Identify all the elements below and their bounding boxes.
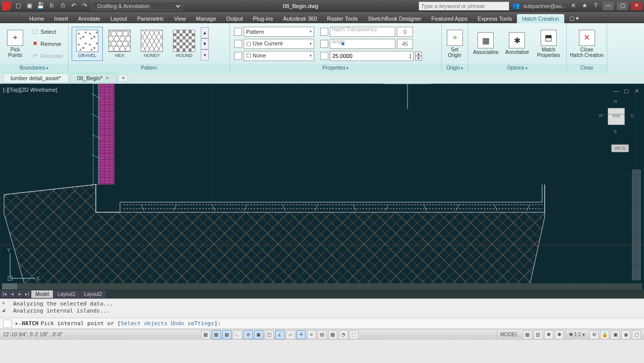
file-tab-close-icon[interactable]: ✕ — [105, 76, 109, 81]
status-anno-vis-button[interactable]: ✱ — [544, 330, 553, 339]
qat-save-icon[interactable]: 💾 — [36, 2, 44, 10]
model-space-indicator[interactable]: MODEL — [497, 330, 521, 339]
file-tab-08begin[interactable]: 08_Begin*✕ — [70, 73, 118, 83]
set-origin-button[interactable]: ＋Set Origin — [445, 25, 464, 63]
tab-output[interactable]: Output — [221, 14, 248, 23]
tab-hatchcreation[interactable]: Hatch Creation — [517, 14, 564, 23]
favorite-icon[interactable]: ★ — [580, 2, 589, 10]
gallery-prev-button[interactable]: ▲ — [201, 27, 209, 38]
status-am-button[interactable]: ⬚ — [349, 330, 359, 339]
status-tpy-button[interactable]: ▤ — [318, 330, 327, 339]
panel-origin-title[interactable]: Origin — [442, 64, 467, 72]
layout-tab-layout2[interactable]: Layout2 — [80, 290, 106, 298]
cmd-opt-settings[interactable]: seTtings — [188, 320, 214, 327]
layout-next-button[interactable]: ▸ — [16, 290, 23, 297]
hatch-bg-combo[interactable]: ☐ None — [244, 51, 314, 61]
status-polar-button[interactable]: ⊕ — [244, 330, 253, 339]
status-osnap-button[interactable]: ▣ — [254, 330, 263, 339]
select-boundary-button[interactable]: ⬚Select — [29, 26, 65, 37]
pattern-gravel[interactable]: GRAVEL — [72, 27, 103, 61]
hatch-type-combo[interactable]: Pattern — [244, 27, 314, 37]
status-sc-button[interactable]: ◔ — [339, 330, 348, 339]
status-grid-button[interactable]: ▦ — [222, 330, 231, 339]
pattern-hex[interactable]: HEX — [104, 27, 135, 61]
panel-options-title[interactable]: Options — [468, 64, 566, 72]
horizontal-scrollbar[interactable] — [2, 283, 642, 289]
gallery-next-button[interactable]: ▼ — [201, 38, 209, 49]
cmd-opt-undo[interactable]: Undo — [171, 320, 185, 327]
pattern-honey[interactable]: HONEY — [136, 27, 167, 61]
file-tab-lumber[interactable]: lumber detail_asset* — [3, 73, 69, 83]
pick-points-button[interactable]: ＋ Pick Points — [3, 25, 27, 63]
help-icon[interactable]: ? — [592, 2, 600, 10]
drawing-viewport[interactable]: [-][Top][2D Wireframe] — ▢ ✕ N S W E TOP… — [0, 84, 644, 298]
qat-undo-icon[interactable]: ↶ — [70, 2, 78, 10]
infocenter-icon[interactable]: 👥 — [512, 2, 520, 10]
transparency-value[interactable]: 0 — [397, 27, 413, 37]
minimize-button[interactable]: — — [603, 2, 614, 10]
status-clean-button[interactable]: ▢ — [632, 330, 641, 339]
status-anno-auto-button[interactable]: ✱ — [555, 330, 564, 339]
tab-plugins[interactable]: Plug-ins — [248, 14, 278, 23]
layout-last-button[interactable]: ▸| — [24, 290, 31, 297]
panel-boundaries-title[interactable]: Boundaries — [0, 64, 68, 72]
cmd-history-close-icon[interactable]: ✕◢ — [2, 299, 5, 314]
tab-home[interactable]: Home — [24, 14, 49, 23]
transparency-slider[interactable]: Hatch Transparency — [330, 27, 395, 37]
annotative-button[interactable]: ✱Annotative — [502, 25, 532, 63]
status-isolate-button[interactable]: ◉ — [621, 330, 630, 339]
app-logo[interactable] — [2, 2, 11, 11]
annotation-scale[interactable]: ✱ 1:1 ▾ — [565, 330, 588, 339]
close-button[interactable]: ✕ — [631, 2, 642, 10]
status-otrack-button[interactable]: ∠ — [275, 330, 284, 339]
status-lock-button[interactable]: 🔒 — [600, 330, 609, 339]
tab-manage[interactable]: Manage — [191, 14, 221, 23]
tab-featuredapps[interactable]: Featured Apps — [426, 14, 473, 23]
scale-spinner[interactable]: ▲▼ — [415, 51, 422, 60]
match-properties-button[interactable]: ⬒Match Properties — [534, 25, 563, 63]
status-lwt-button[interactable]: ≡ — [307, 330, 316, 339]
workspace-select[interactable]: Drafting & Annotation — [92, 2, 183, 11]
new-file-tab-button[interactable]: + — [118, 74, 128, 82]
status-snap-button[interactable]: ▦ — [212, 330, 221, 339]
recreate-boundary-button[interactable]: ⟳Recreate — [29, 50, 65, 62]
status-ortho-button[interactable]: ∟ — [233, 330, 242, 339]
cmd-opt-select[interactable]: Select objects — [121, 320, 167, 327]
qat-open-icon[interactable]: ▣ — [25, 2, 33, 10]
signed-in-user[interactable]: subpartner@au... — [523, 3, 566, 9]
layout-first-button[interactable]: |◂ — [1, 290, 8, 297]
status-ducs-button[interactable]: ▱ — [286, 330, 295, 339]
tab-expresstools[interactable]: Express Tools — [473, 14, 517, 23]
panel-properties-title[interactable]: Properties — [230, 64, 441, 72]
status-dyn-button[interactable]: ✛ — [297, 330, 306, 339]
pattern-hound[interactable]: HOUND — [168, 27, 200, 61]
status-qp-button[interactable]: ▦ — [328, 330, 337, 339]
status-hardware-button[interactable]: ▣ — [611, 330, 620, 339]
tab-parametric[interactable]: Parametric — [132, 14, 169, 23]
exchange-icon[interactable]: ✕ — [569, 2, 577, 10]
qat-redo-icon[interactable]: ↷ — [81, 2, 89, 10]
tab-autodesk360[interactable]: Autodesk 360 — [278, 14, 322, 23]
tab-layout[interactable]: Layout — [105, 14, 132, 23]
status-infer-button[interactable]: ▦ — [201, 330, 210, 339]
gallery-expand-button[interactable]: ▾ — [201, 49, 209, 60]
layout-prev-button[interactable]: ◂ — [9, 290, 16, 297]
associative-button[interactable]: ▦Associative — [471, 25, 500, 63]
remove-boundary-button[interactable]: ✖Remove — [29, 38, 65, 49]
tab-view[interactable]: View — [169, 14, 191, 23]
hatch-color-combo[interactable]: ▢ Use Current — [244, 39, 314, 49]
qat-new-icon[interactable]: ▢ — [14, 2, 22, 10]
tab-overflow[interactable]: ▢ ▾ — [564, 14, 584, 23]
scale-field[interactable]: 25.0000| — [330, 51, 414, 61]
tab-annotate[interactable]: Annotate — [73, 14, 105, 23]
status-grid2-button[interactable]: ▦ — [523, 330, 532, 339]
tab-sketchbook[interactable]: SketchBook Designer — [363, 14, 427, 23]
command-line[interactable]: ▸- HATCH Pick internal point or [ Select… — [0, 318, 644, 329]
qat-saveas-icon[interactable]: ⎘ — [47, 2, 55, 10]
status-workspace-button[interactable]: ⚙ — [590, 330, 599, 339]
angle-slider[interactable]: Angle — [330, 39, 395, 49]
close-hatch-button[interactable]: ✕Close Hatch Creation — [570, 25, 604, 63]
help-search-input[interactable] — [419, 2, 509, 11]
layout-tab-model[interactable]: Model — [31, 290, 53, 298]
status-qv-button[interactable]: ▥ — [534, 330, 543, 339]
